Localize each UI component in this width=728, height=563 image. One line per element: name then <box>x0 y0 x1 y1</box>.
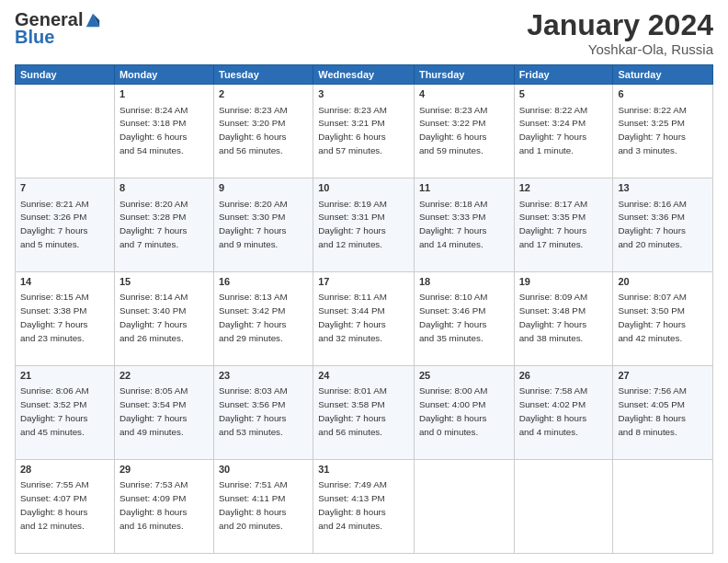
day-number: 13 <box>618 181 708 195</box>
calendar-cell: 23Sunrise: 8:03 AMSunset: 3:56 PMDayligh… <box>214 366 313 460</box>
calendar-cell: 24Sunrise: 8:01 AMSunset: 3:58 PMDayligh… <box>313 366 415 460</box>
calendar-cell: 20Sunrise: 8:07 AMSunset: 3:50 PMDayligh… <box>613 272 713 366</box>
day-number: 27 <box>618 369 708 383</box>
day-info: Sunrise: 8:21 AMSunset: 3:26 PMDaylight:… <box>20 199 89 250</box>
day-number: 4 <box>419 87 509 101</box>
calendar-cell: 14Sunrise: 8:15 AMSunset: 3:38 PMDayligh… <box>16 272 115 366</box>
weekday-header-tuesday: Tuesday <box>214 65 313 85</box>
day-info: Sunrise: 8:23 AMSunset: 3:21 PMDaylight:… <box>318 105 387 156</box>
day-info: Sunrise: 8:10 AMSunset: 3:46 PMDaylight:… <box>419 292 488 343</box>
day-number: 28 <box>20 463 109 477</box>
calendar-week-row: 21Sunrise: 8:06 AMSunset: 3:52 PMDayligh… <box>16 366 713 460</box>
header: General Blue January 2024 Yoshkar-Ola, R… <box>15 9 713 57</box>
calendar-cell: 19Sunrise: 8:09 AMSunset: 3:48 PMDayligh… <box>514 272 613 366</box>
calendar-week-row: 28Sunrise: 7:55 AMSunset: 4:07 PMDayligh… <box>16 460 713 554</box>
day-info: Sunrise: 8:03 AMSunset: 3:56 PMDaylight:… <box>219 385 288 437</box>
day-info: Sunrise: 7:55 AMSunset: 4:07 PMDaylight:… <box>20 479 89 531</box>
day-info: Sunrise: 8:11 AMSunset: 3:44 PMDaylight:… <box>318 292 387 343</box>
day-number: 8 <box>119 181 209 195</box>
calendar-cell: 8Sunrise: 8:20 AMSunset: 3:28 PMDaylight… <box>114 178 213 272</box>
day-number: 9 <box>219 181 308 195</box>
calendar-cell: 30Sunrise: 7:51 AMSunset: 4:11 PMDayligh… <box>214 460 313 554</box>
day-number: 22 <box>119 369 209 383</box>
weekday-header-wednesday: Wednesday <box>313 65 415 85</box>
calendar-cell: 27Sunrise: 7:56 AMSunset: 4:05 PMDayligh… <box>613 366 713 460</box>
calendar-cell: 28Sunrise: 7:55 AMSunset: 4:07 PMDayligh… <box>16 460 115 554</box>
day-info: Sunrise: 8:06 AMSunset: 3:52 PMDaylight:… <box>20 385 89 437</box>
day-number: 12 <box>519 181 609 195</box>
day-info: Sunrise: 8:09 AMSunset: 3:48 PMDaylight:… <box>519 292 588 343</box>
day-info: Sunrise: 8:13 AMSunset: 3:42 PMDaylight:… <box>219 292 288 343</box>
day-number: 23 <box>219 369 308 383</box>
calendar-cell: 22Sunrise: 8:05 AMSunset: 3:54 PMDayligh… <box>114 366 213 460</box>
calendar-cell: 2Sunrise: 8:23 AMSunset: 3:20 PMDaylight… <box>214 85 313 178</box>
day-number: 1 <box>119 87 209 101</box>
logo: General Blue <box>15 9 101 48</box>
day-info: Sunrise: 8:16 AMSunset: 3:36 PMDaylight:… <box>618 199 687 250</box>
day-info: Sunrise: 8:15 AMSunset: 3:38 PMDaylight:… <box>20 292 89 343</box>
calendar-cell: 12Sunrise: 8:17 AMSunset: 3:35 PMDayligh… <box>514 178 613 272</box>
day-info: Sunrise: 7:53 AMSunset: 4:09 PMDaylight:… <box>119 479 188 531</box>
day-info: Sunrise: 8:14 AMSunset: 3:40 PMDaylight:… <box>119 292 188 343</box>
calendar-cell: 1Sunrise: 8:24 AMSunset: 3:18 PMDaylight… <box>114 85 213 178</box>
day-info: Sunrise: 8:24 AMSunset: 3:18 PMDaylight:… <box>119 105 188 156</box>
day-info: Sunrise: 7:51 AMSunset: 4:11 PMDaylight:… <box>219 479 288 531</box>
day-info: Sunrise: 8:05 AMSunset: 3:54 PMDaylight:… <box>119 385 188 437</box>
day-number: 19 <box>519 275 609 289</box>
calendar-cell: 5Sunrise: 8:22 AMSunset: 3:24 PMDaylight… <box>514 85 613 178</box>
day-number: 7 <box>20 181 109 195</box>
calendar-cell: 9Sunrise: 8:20 AMSunset: 3:30 PMDaylight… <box>214 178 313 272</box>
logo-icon <box>85 12 101 29</box>
day-info: Sunrise: 8:23 AMSunset: 3:20 PMDaylight:… <box>219 105 288 156</box>
day-info: Sunrise: 8:22 AMSunset: 3:24 PMDaylight:… <box>519 105 588 156</box>
day-number: 17 <box>318 275 409 289</box>
calendar-cell: 3Sunrise: 8:23 AMSunset: 3:21 PMDaylight… <box>313 85 415 178</box>
calendar-header-row: SundayMondayTuesdayWednesdayThursdayFrid… <box>16 65 713 85</box>
day-number: 30 <box>219 463 308 477</box>
calendar-cell: 18Sunrise: 8:10 AMSunset: 3:46 PMDayligh… <box>414 272 514 366</box>
day-info: Sunrise: 7:58 AMSunset: 4:02 PMDaylight:… <box>519 385 588 437</box>
day-info: Sunrise: 8:00 AMSunset: 4:00 PMDaylight:… <box>419 385 488 437</box>
day-number: 5 <box>519 87 609 101</box>
calendar-cell: 10Sunrise: 8:19 AMSunset: 3:31 PMDayligh… <box>313 178 415 272</box>
day-info: Sunrise: 8:07 AMSunset: 3:50 PMDaylight:… <box>618 292 687 343</box>
day-number: 18 <box>419 275 509 289</box>
calendar-cell <box>414 460 514 554</box>
calendar-cell: 16Sunrise: 8:13 AMSunset: 3:42 PMDayligh… <box>214 272 313 366</box>
day-number: 11 <box>419 181 509 195</box>
day-info: Sunrise: 7:49 AMSunset: 4:13 PMDaylight:… <box>318 479 387 531</box>
day-info: Sunrise: 8:20 AMSunset: 3:28 PMDaylight:… <box>119 199 188 250</box>
calendar-week-row: 14Sunrise: 8:15 AMSunset: 3:38 PMDayligh… <box>16 272 713 366</box>
calendar-cell: 11Sunrise: 8:18 AMSunset: 3:33 PMDayligh… <box>414 178 514 272</box>
day-number: 21 <box>20 369 109 383</box>
day-info: Sunrise: 8:23 AMSunset: 3:22 PMDaylight:… <box>419 105 488 156</box>
day-number: 20 <box>618 275 708 289</box>
day-number: 29 <box>119 463 209 477</box>
weekday-header-friday: Friday <box>514 65 613 85</box>
day-info: Sunrise: 8:18 AMSunset: 3:33 PMDaylight:… <box>419 199 488 250</box>
day-number: 26 <box>519 369 609 383</box>
month-title: January 2024 <box>527 9 713 41</box>
logo-blue-text: Blue <box>15 27 54 48</box>
day-number: 2 <box>219 87 308 101</box>
day-info: Sunrise: 8:17 AMSunset: 3:35 PMDaylight:… <box>519 199 588 250</box>
calendar-cell <box>514 460 613 554</box>
calendar-cell <box>613 460 713 554</box>
calendar-week-row: 7Sunrise: 8:21 AMSunset: 3:26 PMDaylight… <box>16 178 713 272</box>
day-number: 31 <box>318 463 409 477</box>
calendar-cell: 6Sunrise: 8:22 AMSunset: 3:25 PMDaylight… <box>613 85 713 178</box>
day-number: 6 <box>618 87 708 101</box>
location-subtitle: Yoshkar-Ola, Russia <box>527 41 713 57</box>
day-info: Sunrise: 8:20 AMSunset: 3:30 PMDaylight:… <box>219 199 288 250</box>
day-number: 16 <box>219 275 308 289</box>
calendar-cell: 7Sunrise: 8:21 AMSunset: 3:26 PMDaylight… <box>16 178 115 272</box>
calendar-cell: 15Sunrise: 8:14 AMSunset: 3:40 PMDayligh… <box>114 272 213 366</box>
title-block: January 2024 Yoshkar-Ola, Russia <box>527 9 713 57</box>
calendar-cell <box>16 85 115 178</box>
calendar-cell: 26Sunrise: 7:58 AMSunset: 4:02 PMDayligh… <box>514 366 613 460</box>
weekday-header-thursday: Thursday <box>414 65 514 85</box>
calendar-cell: 31Sunrise: 7:49 AMSunset: 4:13 PMDayligh… <box>313 460 415 554</box>
calendar-week-row: 1Sunrise: 8:24 AMSunset: 3:18 PMDaylight… <box>16 85 713 178</box>
calendar-cell: 21Sunrise: 8:06 AMSunset: 3:52 PMDayligh… <box>16 366 115 460</box>
weekday-header-saturday: Saturday <box>613 65 713 85</box>
